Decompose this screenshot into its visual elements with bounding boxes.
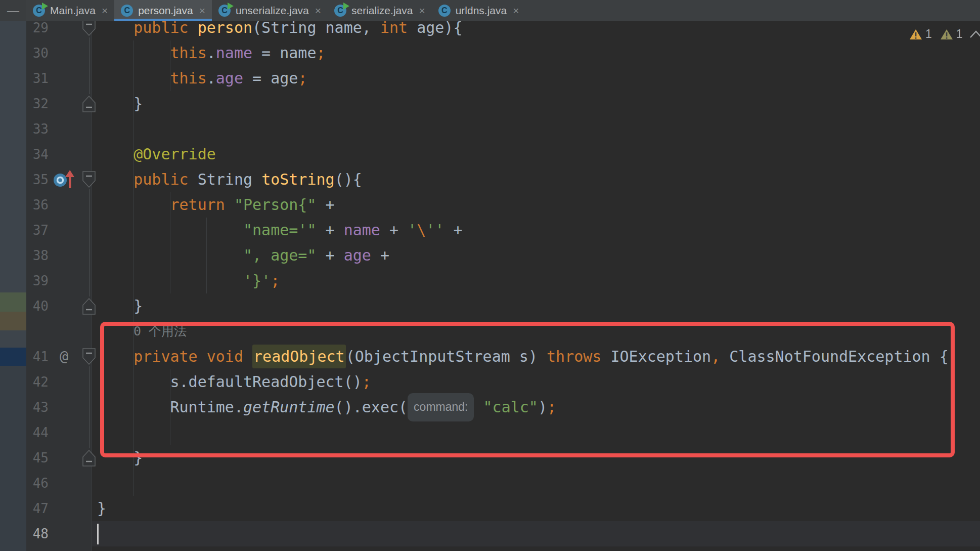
line-number[interactable]: 38	[26, 243, 49, 268]
token-fld: name	[216, 44, 252, 62]
tab-serialize-java[interactable]: C serialize.java ×	[328, 0, 432, 21]
line-number[interactable]: 43	[26, 395, 49, 420]
runnable-class-icon: C	[33, 4, 46, 17]
annotation-rectangle	[100, 322, 955, 457]
line-number[interactable]: 35	[26, 167, 49, 192]
line-number[interactable]: 42	[26, 369, 49, 395]
line-number[interactable]: 30	[26, 40, 49, 66]
fold-marker-icon[interactable]	[81, 18, 97, 39]
line-number[interactable]: 46	[26, 471, 49, 496]
code-line-40[interactable]: 40 }	[0, 293, 980, 319]
fold-marker-icon[interactable]	[81, 170, 97, 191]
tab-urldns-java[interactable]: C urldns.java ×	[432, 0, 526, 21]
code-line-36[interactable]: 36 return "Person{" +	[0, 192, 980, 218]
close-tab-icon[interactable]: ×	[419, 5, 425, 17]
token-kw: return	[97, 196, 234, 214]
token-def: +	[316, 221, 343, 239]
runnable-class-icon: C	[218, 4, 232, 17]
tab-label: serialize.java	[351, 5, 413, 17]
code-line-32[interactable]: 32 }	[0, 91, 980, 116]
tab-unserialize-java[interactable]: C unserialize.java ×	[212, 0, 328, 21]
fold-marker-icon[interactable]	[81, 296, 97, 318]
change-marker	[0, 21, 26, 292]
code-text[interactable]: return "Person{" +	[97, 192, 335, 218]
class-icon: C	[438, 4, 452, 17]
line-number[interactable]: 45	[26, 445, 49, 471]
code-line-39[interactable]: 39 '}';	[0, 268, 980, 293]
change-marker	[0, 348, 26, 366]
inspections-widget[interactable]: 1 1	[909, 27, 968, 41]
token-def: String	[198, 171, 261, 188]
token-kw: this	[97, 69, 207, 87]
code-text[interactable]: @Override	[97, 142, 216, 167]
tab-label: Main.java	[50, 5, 96, 17]
line-number[interactable]: 41	[26, 344, 49, 369]
token-def: = age	[243, 69, 298, 87]
weak-warning-icon	[940, 28, 953, 40]
line-number[interactable]: 48	[26, 521, 49, 546]
code-text[interactable]: this.name = name;	[97, 40, 326, 66]
line-number[interactable]: 47	[26, 496, 49, 521]
line-number[interactable]: 34	[26, 142, 49, 167]
fold-marker-icon[interactable]	[81, 94, 97, 115]
text-caret	[97, 524, 99, 544]
close-tab-icon[interactable]: ×	[102, 5, 108, 17]
tab-person-java[interactable]: C person.java ×	[114, 0, 212, 21]
token-def: +	[444, 221, 462, 239]
code-text[interactable]: }	[97, 496, 106, 521]
line-number[interactable]: 32	[26, 91, 49, 116]
line-number[interactable]: 31	[26, 66, 49, 91]
code-line-35[interactable]: 35 public String toString(){	[0, 167, 980, 192]
code-text[interactable]: this.age = age;	[97, 66, 307, 91]
annotation-gutter-icon[interactable]: @	[60, 344, 68, 369]
code-line-46[interactable]: 46	[0, 471, 980, 496]
token-meth: person	[198, 19, 252, 36]
code-line-37[interactable]: 37 "name='" + name + '\'' +	[0, 218, 980, 243]
token-def: .	[207, 69, 216, 87]
code-line-34[interactable]: 34 @Override	[0, 142, 980, 167]
code-text[interactable]: ", age=" + age +	[97, 243, 389, 268]
code-line-30[interactable]: 30 this.name = name;	[0, 40, 980, 66]
left-marker-bar	[0, 0, 26, 551]
token-def: +	[316, 246, 343, 264]
weak-warning-count: 1	[956, 27, 968, 41]
code-text[interactable]: '}';	[97, 268, 280, 293]
line-number[interactable]: 36	[26, 192, 49, 218]
fold-marker-icon[interactable]	[81, 347, 97, 368]
change-marker	[0, 330, 26, 348]
override-method-icon[interactable]	[52, 169, 77, 193]
code-line-31[interactable]: 31 this.age = age;	[0, 66, 980, 91]
warning-icon	[909, 28, 922, 40]
token-kw: public	[97, 171, 198, 188]
tab-main-java[interactable]: C Main.java ×	[26, 0, 114, 21]
line-number[interactable]: 33	[26, 116, 49, 142]
code-text[interactable]: }	[97, 293, 143, 319]
code-line-48[interactable]: 48	[0, 521, 980, 546]
line-number[interactable]: 39	[26, 268, 49, 293]
ide-editor-window: 29 public person(String name, int age){3…	[0, 0, 980, 551]
token-str: "name='"	[97, 221, 316, 239]
token-fld: age	[216, 69, 243, 87]
code-text[interactable]: }	[97, 91, 143, 116]
token-def: age){	[408, 19, 462, 36]
line-number[interactable]: 44	[26, 420, 49, 445]
fold-marker-icon[interactable]	[81, 448, 97, 470]
close-tab-icon[interactable]: ×	[199, 5, 205, 17]
line-number[interactable]: 40	[26, 293, 49, 319]
tab-label: urldns.java	[456, 5, 507, 17]
code-line-38[interactable]: 38 ", age=" + age +	[0, 243, 980, 268]
token-kw: this	[97, 44, 207, 62]
code-text[interactable]: "name='" + name + '\'' +	[97, 218, 462, 243]
hide-tabs-button[interactable]: —	[0, 0, 26, 21]
close-tab-icon[interactable]: ×	[315, 5, 321, 17]
code-line-33[interactable]: 33	[0, 116, 980, 142]
token-str: '}'	[97, 272, 271, 289]
inspections-chevron-icon[interactable]	[969, 29, 980, 39]
code-line-47[interactable]: 47}	[0, 496, 980, 521]
line-number[interactable]: 37	[26, 218, 49, 243]
token-ann: @Override	[97, 145, 216, 163]
token-str: ''	[426, 221, 444, 239]
code-text[interactable]: public String toString(){	[97, 167, 362, 192]
close-tab-icon[interactable]: ×	[513, 5, 519, 17]
token-fld: age	[344, 246, 371, 264]
